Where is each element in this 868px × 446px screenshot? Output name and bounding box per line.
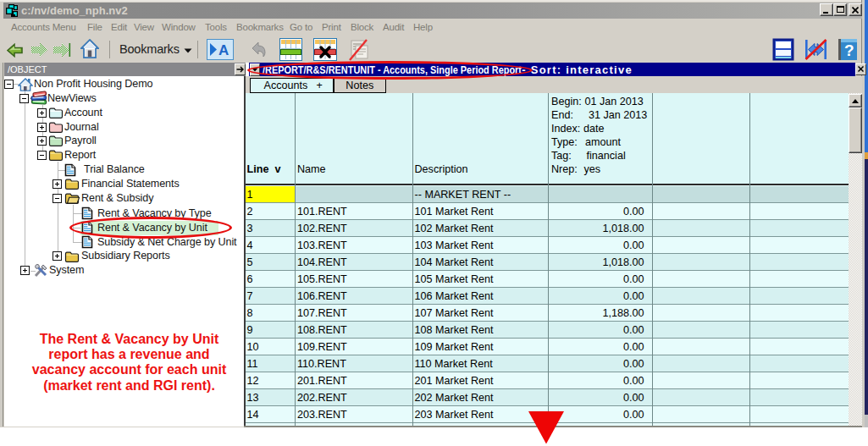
svg-text:A: A	[218, 42, 229, 58]
svg-text:?: ?	[844, 41, 854, 59]
